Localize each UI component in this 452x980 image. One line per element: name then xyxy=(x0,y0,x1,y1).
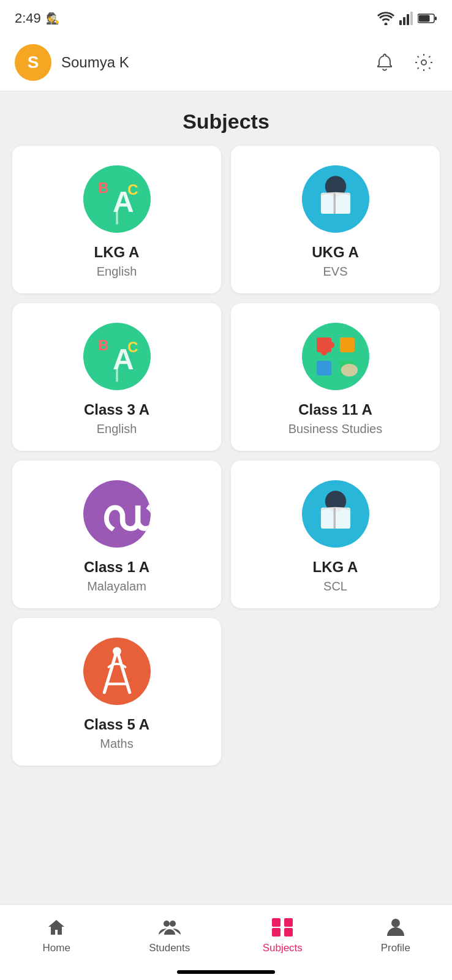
nav-label-home: Home xyxy=(43,942,70,954)
battery-icon xyxy=(418,13,437,24)
svg-point-24 xyxy=(320,349,326,355)
notification-button[interactable] xyxy=(371,49,398,76)
subject-name-scl: SCL xyxy=(323,579,347,594)
avatar: S xyxy=(15,44,51,81)
signal-icon xyxy=(399,12,413,25)
svg-text:C: C xyxy=(127,181,138,198)
home-icon xyxy=(45,916,67,938)
svg-rect-14 xyxy=(333,193,335,214)
subject-icon-english-lkg: B A C xyxy=(83,165,151,233)
gear-icon xyxy=(414,53,434,72)
subject-name-maths: Maths xyxy=(100,737,133,751)
profile-icon xyxy=(385,916,407,938)
svg-rect-39 xyxy=(284,928,293,937)
settings-button[interactable] xyxy=(410,49,437,76)
subject-icon-english-class3: B A C xyxy=(83,323,151,390)
svg-rect-38 xyxy=(272,928,281,937)
subject-name-malayalam: Malayalam xyxy=(87,579,146,594)
status-icons xyxy=(377,12,437,25)
subjects-icon xyxy=(271,916,293,938)
subject-icon-evs xyxy=(302,165,369,233)
svg-rect-37 xyxy=(284,918,293,927)
nav-item-students[interactable]: Students xyxy=(113,905,227,965)
svg-rect-3 xyxy=(410,12,413,25)
svg-rect-2 xyxy=(407,14,409,25)
svg-rect-20 xyxy=(339,337,354,352)
subject-icon-business xyxy=(302,323,369,390)
svg-text:B: B xyxy=(98,179,108,196)
nav-item-subjects[interactable]: Subjects xyxy=(226,905,339,965)
svg-text:ഡ: ഡ xyxy=(100,494,151,540)
subject-icon-maths xyxy=(83,638,151,705)
nav-label-profile: Profile xyxy=(381,942,410,954)
subject-class-lkg-a: LKG A xyxy=(94,244,140,261)
spy-icon: 🕵️ xyxy=(46,12,59,25)
svg-text:B: B xyxy=(98,337,108,353)
subject-class-class3a: Class 3 A xyxy=(84,401,149,418)
subject-card-lkg-a-english[interactable]: B A C LKG A English xyxy=(12,146,221,293)
subject-class-lkg-a-scl: LKG A xyxy=(313,559,358,576)
svg-rect-36 xyxy=(272,918,281,927)
subject-class-ukg-a: UKG A xyxy=(312,244,358,261)
svg-rect-1 xyxy=(403,17,405,25)
svg-rect-5 xyxy=(419,15,430,22)
subject-card-class-3a-english[interactable]: B A C Class 3 A English xyxy=(12,303,221,451)
page-title: Subjects xyxy=(0,91,452,146)
svg-point-40 xyxy=(391,919,400,927)
subject-name-business: Business Studies xyxy=(288,422,382,436)
svg-line-31 xyxy=(117,650,130,693)
students-icon xyxy=(159,916,181,938)
nav-item-profile[interactable]: Profile xyxy=(339,905,453,965)
svg-point-34 xyxy=(164,921,170,927)
svg-rect-6 xyxy=(435,17,437,20)
subject-card-lkg-a-scl[interactable]: LKG A SCL xyxy=(231,461,440,608)
nav-label-subjects: Subjects xyxy=(263,942,303,954)
nav-label-students: Students xyxy=(149,942,190,954)
subject-icon-malayalam: ഡ xyxy=(83,480,151,548)
wifi-icon xyxy=(377,12,394,25)
subject-card-class-1a-malayalam[interactable]: ഡ Class 1 A Malayalam xyxy=(12,461,221,608)
main-content: Subjects B A C LKG A English xyxy=(0,91,452,904)
svg-text:C: C xyxy=(127,339,138,355)
subject-name-evs: EVS xyxy=(323,265,347,279)
svg-point-23 xyxy=(328,342,334,348)
subject-icon-scl xyxy=(302,480,369,548)
subject-card-ukg-a-evs[interactable]: UKG A EVS xyxy=(231,146,440,293)
header-icons xyxy=(371,49,437,76)
subject-class-class11a: Class 11 A xyxy=(298,401,372,418)
svg-point-25 xyxy=(341,364,358,377)
subjects-grid: B A C LKG A English UKG A EVS xyxy=(0,146,452,766)
status-bar: 2:49 🕵️ xyxy=(0,0,452,34)
subject-card-class-11a-business[interactable]: Class 11 A Business Studies xyxy=(231,303,440,451)
status-time: 2:49 🕵️ xyxy=(15,10,59,26)
svg-rect-21 xyxy=(317,361,331,375)
subject-card-class-5a-maths[interactable]: Class 5 A Maths xyxy=(12,618,221,766)
svg-point-7 xyxy=(421,60,426,65)
bottom-nav: Home Students Subjects xyxy=(0,904,452,965)
svg-point-33 xyxy=(113,647,121,655)
nav-item-home[interactable]: Home xyxy=(0,905,113,965)
subject-name-english-2: English xyxy=(97,422,137,436)
svg-point-35 xyxy=(170,921,176,927)
svg-rect-0 xyxy=(399,20,402,25)
home-indicator xyxy=(177,970,275,974)
svg-line-30 xyxy=(104,650,117,693)
bell-icon xyxy=(375,53,394,72)
subject-class-class1a: Class 1 A xyxy=(84,559,149,576)
header: S Soumya K xyxy=(0,34,452,91)
subject-name-english-1: English xyxy=(97,265,137,279)
user-name: Soumya K xyxy=(61,54,371,71)
subject-class-class5a: Class 5 A xyxy=(84,716,149,733)
svg-rect-29 xyxy=(333,508,335,529)
